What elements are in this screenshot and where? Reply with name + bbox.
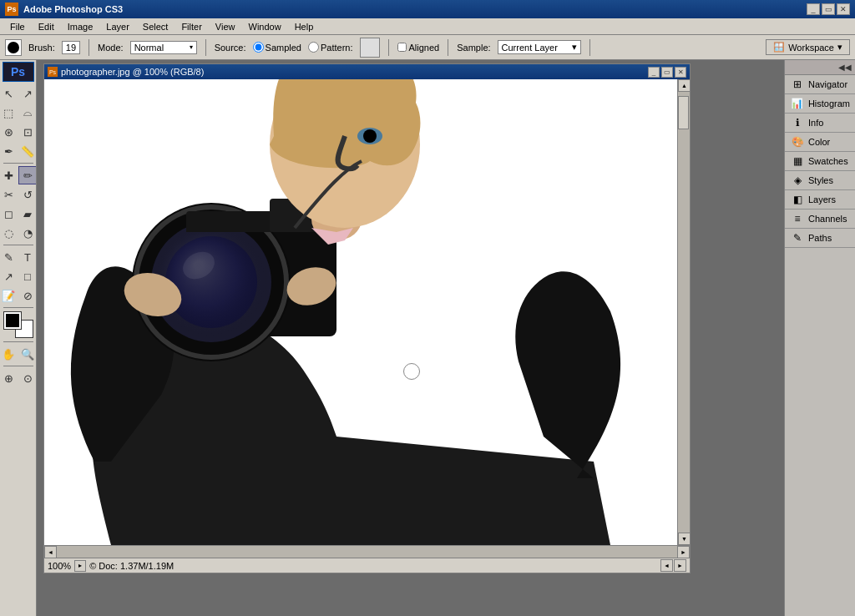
menu-filter[interactable]: Filter — [175, 20, 208, 33]
swatches-panel-header[interactable]: ▦ Swatches — [785, 152, 855, 170]
close-button[interactable]: ✕ — [837, 3, 850, 15]
menu-edit[interactable]: Edit — [32, 20, 61, 33]
scroll-track-v[interactable] — [678, 92, 690, 533]
brush-preset-button[interactable] — [5, 39, 22, 56]
styles-panel-header[interactable]: ◈ Styles — [785, 171, 855, 189]
menu-image[interactable]: Image — [61, 20, 100, 33]
tool-zoom[interactable]: 🔍 — [18, 345, 37, 363]
panel-section-paths: ✎ Paths — [785, 229, 855, 248]
navigator-panel-header[interactable]: ⊞ Navigator — [785, 75, 855, 93]
scroll-up-button[interactable]: ▲ — [678, 79, 691, 92]
tool-dodge[interactable]: ◔ — [18, 224, 37, 242]
source-pattern-radio[interactable]: Pattern: — [308, 42, 353, 53]
separator-4 — [448, 39, 448, 56]
histogram-panel-header[interactable]: 📊 Histogram — [785, 94, 855, 113]
paths-panel-header[interactable]: ✎ Paths — [785, 229, 855, 247]
styles-label: Styles — [808, 175, 833, 185]
tool-pen[interactable]: ✎ — [0, 248, 18, 266]
sample-dropdown[interactable]: Current Layer ▾ — [498, 40, 581, 54]
panel-section-swatches: ▦ Swatches — [785, 152, 855, 171]
restore-button[interactable]: ▭ — [822, 3, 835, 15]
tool-history[interactable]: ↺ — [18, 185, 37, 204]
aligned-checkbox[interactable] — [397, 43, 407, 52]
source-label: Source: — [215, 43, 246, 53]
document-content: ▲ ▼ — [44, 79, 690, 545]
color-boxes — [3, 312, 34, 337]
tool-extras-2[interactable]: ⊙ — [18, 369, 37, 387]
tool-quick-select[interactable]: ⊛ — [0, 123, 18, 141]
tool-row-5: ✚ ✏ — [0, 166, 37, 184]
tool-lasso[interactable]: ⌓ — [18, 104, 37, 122]
workspace-icon: 🪟 — [773, 42, 785, 53]
scroll-down-button[interactable]: ▼ — [678, 533, 691, 545]
status-info-button[interactable]: ▸ — [74, 560, 86, 572]
menu-layer[interactable]: Layer — [99, 20, 136, 33]
tool-eyedropper2[interactable]: ⊘ — [18, 286, 37, 305]
brush-size-value[interactable]: 19 — [62, 41, 80, 54]
pattern-radio-input[interactable] — [308, 42, 319, 53]
scroll-track-h[interactable] — [57, 546, 677, 558]
doc-close-button[interactable]: ✕ — [675, 67, 686, 78]
menu-window[interactable]: Window — [242, 20, 288, 33]
minimize-button[interactable]: _ — [807, 3, 820, 15]
brush-circle-icon — [8, 42, 19, 53]
doc-window-controls: _ ▭ ✕ — [648, 67, 686, 78]
paths-icon: ✎ — [790, 230, 805, 245]
tool-shape[interactable]: □ — [18, 267, 37, 285]
tool-gradient[interactable]: ▰ — [18, 204, 37, 223]
panel-collapse-button[interactable]: ◀◀ — [838, 63, 852, 72]
tool-move-extra[interactable]: ↗ — [18, 84, 37, 103]
tool-brush[interactable]: ✏ — [18, 166, 37, 184]
document-title: photographer.jpg @ 100% (RGB/8) — [61, 67, 204, 77]
menu-view[interactable]: View — [209, 20, 242, 33]
status-nav-prev[interactable]: ◄ — [660, 559, 673, 572]
doc-restore-button[interactable]: ▭ — [661, 67, 673, 78]
status-nav-next[interactable]: ► — [674, 559, 686, 572]
foreground-color-swatch[interactable] — [4, 312, 21, 329]
scroll-thumb-v[interactable] — [678, 96, 689, 129]
color-panel-header[interactable]: 🎨 Color — [785, 133, 855, 151]
tool-rect-select[interactable]: ⬚ — [0, 104, 18, 122]
tool-row-12: ✋ 🔍 — [0, 345, 37, 363]
color-label: Color — [808, 137, 830, 147]
histogram-label: Histogram — [808, 98, 850, 109]
tool-eraser[interactable]: ◻ — [0, 204, 18, 223]
tool-eyedropper[interactable]: ✒ — [0, 142, 18, 160]
horizontal-scrollbar: ◄ ► — [44, 545, 690, 558]
menu-file[interactable]: File — [3, 20, 32, 33]
sampled-radio-input[interactable] — [253, 42, 264, 53]
tool-separator-5 — [3, 366, 33, 366]
doc-ps-icon: Ps — [48, 67, 58, 77]
tool-path-select[interactable]: ↗ — [0, 267, 18, 285]
photo-canvas[interactable] — [44, 79, 677, 545]
tool-healing[interactable]: ✚ — [0, 166, 18, 184]
tool-row-9: ✎ T — [0, 248, 37, 266]
layers-panel-header[interactable]: ◧ Layers — [785, 190, 855, 209]
window-controls: _ ▭ ✕ — [807, 3, 850, 15]
scroll-left-button[interactable]: ◄ — [44, 546, 57, 558]
tool-text[interactable]: T — [18, 248, 37, 266]
mode-dropdown[interactable]: Normal ▾ — [130, 41, 197, 54]
tool-measure[interactable]: 📏 — [18, 142, 37, 160]
title-bar: Ps Adobe Photoshop CS3 _ ▭ ✕ — [0, 0, 855, 18]
pattern-preview[interactable] — [360, 38, 380, 58]
canvas-area[interactable] — [44, 79, 677, 545]
tool-extras-1[interactable]: ⊕ — [0, 369, 18, 387]
toolbox: Ps ↖ ↗ ⬚ ⌓ ⊛ ⊡ ✒ 📏 ✚ ✏ ✂ ↺ ◻ ▰ — [0, 60, 37, 616]
workspace-button[interactable]: 🪟 Workspace ▾ — [766, 39, 850, 55]
scroll-right-button[interactable]: ► — [677, 546, 690, 558]
channels-panel-header[interactable]: ≡ Channels — [785, 210, 855, 228]
tool-clone[interactable]: ✂ — [0, 185, 18, 204]
tool-separator-3 — [3, 307, 33, 308]
info-panel-header[interactable]: ℹ Info — [785, 114, 855, 132]
tool-crop[interactable]: ⊡ — [18, 123, 37, 141]
tool-move[interactable]: ↖ — [0, 84, 18, 103]
menu-select[interactable]: Select — [136, 20, 175, 33]
tool-hand[interactable]: ✋ — [0, 345, 18, 363]
menu-help[interactable]: Help — [288, 20, 321, 33]
doc-minimize-button[interactable]: _ — [648, 67, 660, 78]
tool-blur[interactable]: ◌ — [0, 224, 18, 242]
tool-notes[interactable]: 📝 — [0, 286, 18, 305]
source-sampled-radio[interactable]: Sampled — [253, 42, 301, 53]
separator-1 — [89, 39, 89, 56]
